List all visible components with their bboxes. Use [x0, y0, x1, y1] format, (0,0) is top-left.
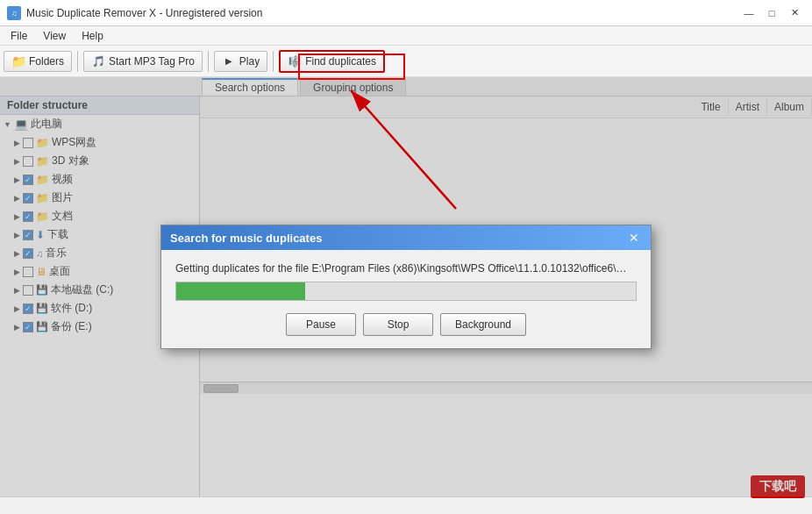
find-dup-icon: 🎼 [288, 54, 302, 68]
menu-view[interactable]: View [36, 28, 73, 44]
modal-buttons: Pause Stop Background [175, 313, 637, 336]
close-button[interactable]: ✕ [784, 4, 805, 22]
mp3-icon: 🎵 [91, 54, 105, 68]
toolbar-separator-1 [77, 51, 78, 72]
background-button[interactable]: Background [440, 313, 526, 336]
modal-overlay: Search for music duplicates ✕ Getting du… [0, 77, 812, 496]
app-title: Music Duplicate Remover X - Unregistered… [26, 7, 262, 19]
find-duplicates-label: Find duplicates [305, 55, 376, 68]
play-button[interactable]: ▶ Play [214, 51, 267, 72]
folders-label: Folders [29, 55, 64, 68]
app-icon: ♫ [7, 6, 21, 20]
window-controls: — □ ✕ [738, 4, 805, 22]
stop-button[interactable]: Stop [363, 313, 433, 336]
search-dialog: Search for music duplicates ✕ Getting du… [160, 225, 652, 349]
menu-help[interactable]: Help [75, 28, 110, 44]
maximize-button[interactable]: □ [761, 4, 782, 22]
minimize-button[interactable]: — [738, 4, 759, 22]
menu-file[interactable]: File [4, 28, 34, 44]
menu-bar: File View Help [0, 26, 812, 46]
find-duplicates-button[interactable]: 🎼 Find duplicates [279, 50, 385, 73]
modal-titlebar: Search for music duplicates ✕ [161, 225, 651, 250]
toolbar-separator-3 [273, 51, 274, 72]
progress-bar-container [175, 282, 637, 301]
title-bar-left: ♫ Music Duplicate Remover X - Unregister… [7, 6, 262, 20]
start-mp3-button[interactable]: 🎵 Start MP3 Tag Pro [83, 51, 203, 72]
status-bar [0, 496, 812, 514]
modal-title: Search for music duplicates [170, 232, 322, 245]
play-icon: ▶ [222, 54, 236, 68]
folder-icon: 📁 [11, 54, 25, 68]
toolbar: 📁 Folders 🎵 Start MP3 Tag Pro ▶ Play 🎼 F… [0, 46, 812, 77]
play-label: Play [239, 55, 260, 68]
progress-bar-fill [176, 282, 305, 300]
progress-text: Getting duplicates for the file E:\Progr… [175, 262, 631, 275]
modal-close-button[interactable]: ✕ [626, 230, 642, 246]
title-bar: ♫ Music Duplicate Remover X - Unregister… [0, 0, 812, 26]
modal-body: Getting duplicates for the file E:\Progr… [161, 250, 651, 348]
pause-button[interactable]: Pause [286, 313, 356, 336]
toolbar-separator-2 [208, 51, 209, 72]
folders-button[interactable]: 📁 Folders [4, 51, 72, 72]
start-mp3-label: Start MP3 Tag Pro [109, 55, 195, 68]
